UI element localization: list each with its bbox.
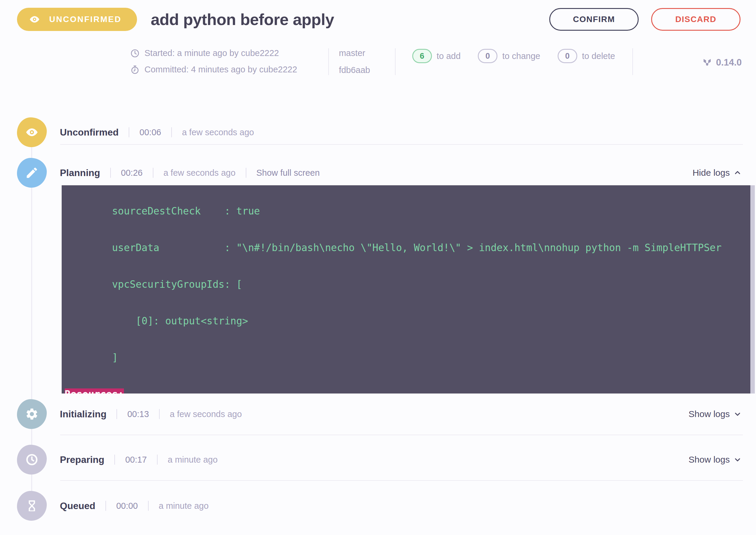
started-row: Started: a minute ago by cube2222 [130,48,297,58]
tool-version: 0.14.0 [702,50,742,75]
stage-duration: 00:00 [116,501,138,511]
page-title: add python before apply [151,10,334,29]
log-line: vpcSecurityGroupIds: [ [65,278,755,291]
separator [148,501,149,511]
log-segment: userData : "\n#!/bin/bash\necho \"Hello,… [65,242,721,254]
separator [171,127,172,137]
to-add-label: to add [437,51,461,61]
stage-timestamp: a minute ago [159,501,209,511]
terminal-scrollbar[interactable] [750,185,755,393]
stage-duration: 00:06 [139,127,161,137]
discard-button[interactable]: DISCARD [651,8,741,31]
log-segment: vpcSecurityGroupIds: [ [65,278,242,290]
hourglass-icon [25,499,39,513]
confirm-button[interactable]: CONFIRM [549,8,639,31]
log-terminal: sourceDestCheck : true userData : "\n#!/… [62,185,755,393]
log-line: userData : "\n#!/bin/bash\necho \"Hello,… [65,241,755,254]
row-divider [60,480,743,481]
run-meta: Started: a minute ago by cube2222 Commit… [130,48,742,75]
show-logs-toggle[interactable]: Show logs [689,409,742,419]
commit-sha: fdb6aab [339,65,377,75]
version-number: 0.14.0 [716,57,742,68]
stage-main: Preparing 00:17 a minute ago Show logs [60,454,756,465]
stage-preparing: Preparing 00:17 a minute ago Show logs [17,445,756,474]
change-counts: 6 to add 0 to change 0 to delete [412,49,632,75]
show-full-screen-link[interactable]: Show full screen [257,168,320,178]
stage-duration: 00:26 [121,168,143,178]
row-divider [60,435,743,435]
log-line: Resources: [65,388,755,393]
log-line: ] [65,352,755,364]
stage-name: Preparing [60,454,104,465]
eye-icon [29,14,40,25]
stage-timestamp: a few seconds ago [170,409,242,419]
stage-duration: 00:17 [125,455,147,465]
log-line: [0]: output<string> [65,315,755,327]
stage-unconfirmed: Unconfirmed 00:06 a few seconds ago [17,117,756,147]
hide-logs-label: Hide logs [692,168,730,178]
separator [157,455,157,465]
meta-times: Started: a minute ago by cube2222 Commit… [130,48,297,75]
stage-duration: 00:13 [127,409,149,419]
meta-spacer [633,48,702,75]
branch-name: master [339,48,377,58]
separator [105,501,106,511]
show-logs-label: Show logs [689,409,730,419]
stage-timestamp: a few seconds ago [163,168,236,178]
committed-text: Committed: 4 minutes ago by cube2222 [145,65,297,74]
header: UNCONFIRMED add python before apply CONF… [0,0,756,31]
separator [246,168,246,178]
stage-main: Queued 00:00 a minute ago [60,500,756,512]
chevron-down-icon [733,456,742,464]
pencil-icon [25,166,39,180]
separator [153,168,154,178]
show-logs-toggle[interactable]: Show logs [689,455,742,465]
stage-initializing: Initializing 00:13 a few seconds ago Sho… [17,399,756,429]
planning-blob [17,158,47,188]
stage-name: Planning [60,167,100,179]
log-content: sourceDestCheck : true userData : "\n#!/… [62,185,755,393]
stage-timestamp: a minute ago [168,455,218,465]
chevron-up-icon [733,169,742,177]
stage-main: Initializing 00:13 a few seconds ago Sho… [60,409,756,420]
to-add-badge: 6 [412,49,432,63]
show-logs-label: Show logs [689,455,730,465]
chevron-down-icon [733,410,742,418]
run-detail-page: UNCONFIRMED add python before apply CONF… [0,0,756,535]
gear-icon [25,407,39,421]
stopwatch-icon [130,65,140,74]
run-timeline: Unconfirmed 00:06 a few seconds ago Plan… [0,117,756,521]
stage-name: Unconfirmed [60,127,119,138]
hide-logs-toggle[interactable]: Hide logs [692,168,742,178]
status-badge: UNCONFIRMED [17,8,137,31]
log-segment: Resources: [65,388,124,393]
stage-timestamp: a few seconds ago [182,127,254,137]
initializing-blob [17,399,47,429]
committed-row: Committed: 4 minutes ago by cube2222 [130,65,297,74]
log-segment: sourceDestCheck : true [65,205,260,217]
meta-divider [328,48,329,75]
status-badge-label: UNCONFIRMED [49,14,122,24]
to-delete-label: to delete [582,51,615,61]
clock-icon [25,453,39,466]
separator [129,127,129,137]
eye-icon [25,126,39,139]
unconfirmed-blob [17,117,47,147]
log-segment: [0]: output<string> [65,315,248,327]
terraform-icon [702,58,712,67]
clock-outline-icon [130,48,140,58]
preparing-blob [17,445,47,474]
meta-divider [395,48,396,75]
stage-queued: Queued 00:00 a minute ago [17,491,756,521]
started-text: Started: a minute ago by cube2222 [145,48,279,58]
queued-blob [17,491,47,521]
separator [159,409,160,419]
stage-planning: Planning 00:26 a few seconds ago Show fu… [17,158,756,393]
to-change-badge: 0 [478,49,497,63]
separator [117,409,117,419]
stage-name: Initializing [60,409,106,420]
to-delete-badge: 0 [558,49,577,63]
separator [114,455,115,465]
log-segment: ] [65,352,118,363]
branch-commit: master fdb6aab [339,48,377,75]
